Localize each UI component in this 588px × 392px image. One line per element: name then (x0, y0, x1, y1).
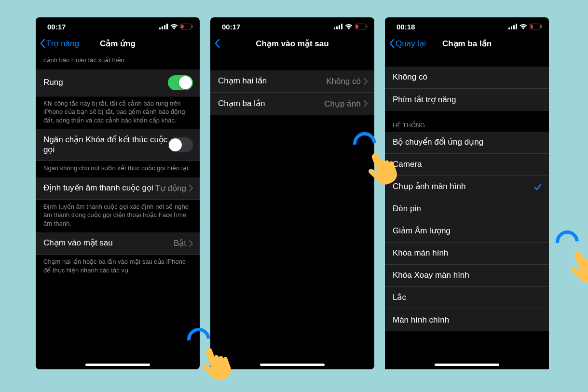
chevron-left-icon (389, 39, 395, 48)
settings-list[interactable]: Chạm hai lần Không có Chạm ba lần Chụp ả… (210, 55, 374, 369)
row-label: Không có (393, 72, 542, 82)
battery-icon (530, 23, 542, 31)
intro-desc: cảnh báo Hoàn tác xuất hiện. (36, 55, 200, 69)
row-value: Chụp ảnh (324, 99, 361, 109)
home-indicator[interactable] (435, 364, 499, 366)
wifi-icon (520, 23, 527, 31)
status-icons (508, 23, 542, 31)
home-indicator[interactable] (260, 364, 325, 366)
chevron-right-icon (189, 185, 193, 191)
status-icons (159, 23, 193, 31)
row-desc: Khi công tắc này bị tắt, tất cả cảnh báo… (36, 96, 200, 130)
row-label: Ngăn chặn Khóa để kết thúc cuộc gọi (43, 135, 168, 155)
svg-rect-19 (541, 26, 542, 28)
row-label: Lắc (393, 293, 542, 302)
row-label: Đèn pin (393, 204, 542, 214)
svg-rect-3 (166, 24, 168, 29)
chevron-left-icon (40, 39, 45, 48)
back-button[interactable] (214, 39, 220, 48)
row-label: Chạm ba lần (218, 99, 324, 108)
svg-rect-9 (339, 25, 340, 29)
back-label: Trợ năng (46, 39, 79, 49)
svg-rect-20 (531, 25, 533, 28)
row-system-option[interactable]: Camera (385, 154, 549, 176)
svg-rect-0 (159, 27, 161, 29)
row-label: Camera (393, 160, 542, 169)
battery-icon (180, 23, 193, 31)
row-lock-end-call[interactable]: Ngăn chặn Khóa để kết thúc cuộc gọi (36, 129, 200, 161)
status-bar: 00:18 (385, 17, 549, 32)
row-double-tap[interactable]: Chạm hai lần Không có (210, 70, 374, 93)
settings-list[interactable]: cảnh báo Hoàn tác xuất hiện. Rung Khi cô… (36, 55, 200, 369)
status-time: 00:17 (47, 23, 66, 31)
chevron-right-icon (364, 78, 368, 85)
row-desc: Ngăn không cho nút sườn kết thúc cuộc gọ… (36, 161, 200, 177)
status-bar: 00:17 (210, 17, 374, 32)
row-label: Rung (43, 78, 168, 87)
back-label: Quay lại (396, 39, 426, 49)
screen-triple-tap: 00:18 Quay lại Chạm ba lần Không có Phím (385, 17, 549, 369)
home-indicator[interactable] (85, 364, 150, 366)
chevron-right-icon (189, 240, 193, 247)
row-value: Không có (326, 77, 361, 86)
row-none[interactable]: Không có (385, 67, 549, 89)
row-label: Khóa Xoay màn hình (393, 270, 542, 280)
svg-rect-10 (341, 24, 342, 29)
svg-rect-15 (511, 27, 512, 30)
row-audio-routing[interactable]: Định tuyến âm thanh cuộc gọi Tự động (36, 177, 200, 200)
row-system-option[interactable]: Lắc (385, 287, 549, 309)
row-system-option[interactable]: Bộ chuyển đổi ứng dụng (385, 132, 549, 154)
back-button[interactable]: Quay lại (389, 39, 426, 49)
row-vibration[interactable]: Rung (36, 69, 200, 96)
back-button[interactable]: Trợ năng (40, 39, 79, 49)
row-value: Tự động (155, 183, 186, 193)
svg-rect-12 (367, 26, 368, 28)
signal-icon (334, 23, 342, 31)
row-system-option[interactable]: Chụp ảnh màn hình (385, 176, 549, 198)
row-system-option[interactable]: Khóa màn hình (385, 243, 549, 265)
svg-rect-16 (513, 25, 515, 29)
row-back-tap[interactable]: Chạm vào mặt sau Bật (36, 232, 200, 255)
status-bar: 00:17 (36, 17, 200, 32)
row-system-option[interactable]: Khóa Xoay màn hình (385, 265, 549, 287)
status-icons (334, 23, 368, 31)
section-header: HỆ THỐNG (385, 122, 549, 132)
row-label: Khóa màn hình (393, 248, 542, 258)
battery-icon (355, 23, 368, 31)
svg-rect-17 (516, 24, 517, 29)
svg-rect-14 (508, 27, 510, 29)
nav-title: Chạm vào mặt sau (210, 39, 374, 49)
settings-list[interactable]: Không có Phím tắt trợ năng HỆ THỐNG Bộ c… (385, 55, 549, 369)
status-time: 00:17 (222, 23, 240, 31)
row-system-option[interactable]: Giảm Âm lượng (385, 220, 549, 243)
checkmark-icon (533, 183, 542, 191)
svg-rect-5 (192, 26, 193, 28)
status-time: 00:18 (397, 23, 415, 31)
signal-icon (159, 23, 168, 31)
chevron-right-icon (364, 100, 368, 107)
svg-rect-2 (164, 25, 165, 29)
row-label: Chạm vào mặt sau (43, 238, 174, 248)
wifi-icon (345, 23, 353, 31)
row-system-option[interactable]: Màn hình chính (385, 309, 549, 331)
chevron-left-icon (214, 39, 220, 48)
svg-rect-1 (162, 27, 163, 30)
nav-bar: Chạm vào mặt sau (210, 32, 374, 55)
row-label: Màn hình chính (393, 315, 542, 325)
row-system-option[interactable]: Đèn pin (385, 198, 549, 220)
nav-bar: Quay lại Chạm ba lần (385, 32, 549, 55)
row-label: Chạm hai lần (218, 76, 326, 86)
screen-back-tap: 00:17 Chạm vào mặt sau Chạm hai lần Khôn… (210, 17, 374, 369)
row-desc: Định tuyến âm thanh cuộc gọi xác định nơ… (36, 200, 200, 233)
row-desc: Chạm hai lần hoặc ba lần vào mặt sau của… (36, 255, 200, 279)
svg-rect-7 (334, 27, 335, 29)
row-label: Định tuyến âm thanh cuộc gọi (43, 183, 155, 193)
row-label: Phím tắt trợ năng (393, 95, 542, 105)
toggle-lock-end-call[interactable] (168, 137, 193, 152)
row-accessibility-shortcut[interactable]: Phím tắt trợ năng (385, 89, 549, 111)
svg-rect-6 (181, 25, 184, 28)
wifi-icon (170, 23, 178, 31)
toggle-vibration[interactable] (168, 75, 193, 90)
row-triple-tap[interactable]: Chạm ba lần Chụp ảnh (210, 93, 374, 115)
row-label: Giảm Âm lượng (393, 226, 542, 236)
